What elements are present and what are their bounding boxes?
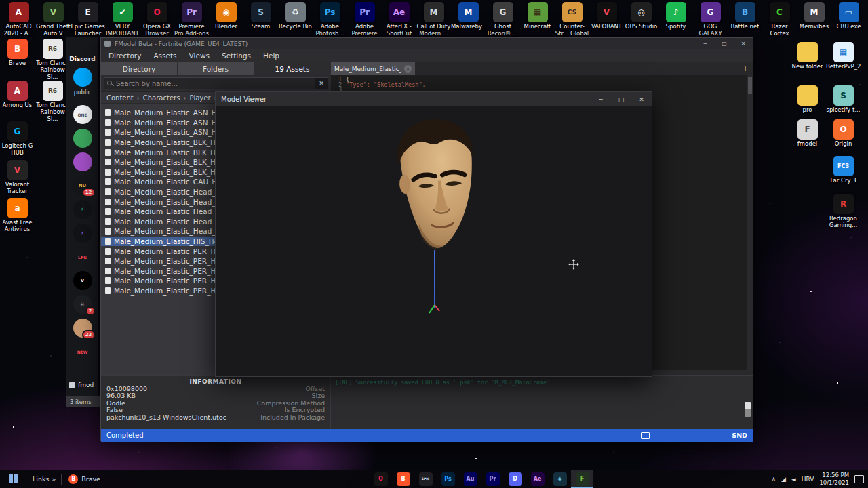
discord-server-icon[interactable]: ☠ 2 bbox=[73, 295, 92, 314]
date: 10/1/2021 bbox=[819, 479, 849, 487]
discord-server-icon[interactable]: NU 12 bbox=[73, 176, 92, 195]
file-icon bbox=[105, 218, 111, 225]
explorer-statusbar: 3 items bbox=[66, 396, 100, 407]
status-display-icon bbox=[641, 432, 650, 439]
file-icon bbox=[105, 228, 111, 235]
fmodel-titlebar[interactable]: FModel Beta - Fortnite (GAME_UE4_LATEST)… bbox=[101, 38, 753, 49]
clock[interactable]: 12:56 PM 10/1/2021 bbox=[819, 472, 849, 486]
log-output[interactable]: [INF] Successfully saved LOD 0 as '.psk'… bbox=[331, 376, 743, 430]
code-scrollbar[interactable] bbox=[747, 75, 753, 375]
desktop-icon-label: spicetify-t... bbox=[826, 107, 861, 114]
discord-server-icon[interactable]: 23 bbox=[73, 319, 92, 338]
keyboard-layout[interactable]: HRV bbox=[802, 476, 814, 483]
app-icon: Ae bbox=[531, 472, 545, 486]
discord-server-icon[interactable] bbox=[73, 68, 92, 87]
tab-close-icon[interactable]: ✕ bbox=[404, 65, 412, 73]
close-button[interactable]: ✕ bbox=[631, 92, 652, 106]
discord-server-icon[interactable]: NEW bbox=[73, 342, 92, 361]
time: 12:56 PM bbox=[819, 472, 849, 479]
file-icon bbox=[69, 382, 75, 388]
discord-server-icon[interactable]: ⚡ bbox=[73, 200, 92, 219]
document-tab[interactable]: Male_Medium_Elastic_HIS... ✕ bbox=[331, 62, 415, 75]
discord-server-icon[interactable]: LFG bbox=[73, 247, 92, 266]
app-icon: D bbox=[509, 472, 522, 486]
discord-server-icon[interactable] bbox=[73, 152, 92, 171]
app-icon: ◈ bbox=[553, 472, 567, 486]
discord-server-icon[interactable]: ONE bbox=[73, 105, 92, 124]
desktop-icon[interactable]: R Redragon Gaming... bbox=[826, 194, 861, 229]
viewport-3d[interactable] bbox=[216, 106, 652, 376]
new-tab-button[interactable]: + bbox=[738, 62, 753, 75]
file-icon bbox=[105, 129, 111, 136]
breadcrumb-item[interactable]: Content bbox=[106, 94, 134, 102]
information-header: INFORMATION bbox=[101, 378, 330, 385]
status-text: Completed bbox=[106, 432, 144, 439]
breadcrumb-item[interactable]: Player bbox=[180, 94, 210, 102]
server-name-label: public bbox=[66, 89, 98, 96]
menu-item[interactable]: Assets bbox=[147, 52, 182, 60]
desktop-icon[interactable]: ▦ BetterPvP_2... bbox=[826, 42, 861, 70]
desktop-icon[interactable]: pro bbox=[790, 85, 825, 114]
taskbar-app-button[interactable]: O bbox=[370, 470, 392, 488]
app-icon bbox=[797, 85, 818, 106]
taskbar-app-button[interactable]: Ae bbox=[526, 470, 549, 488]
file-icon bbox=[105, 139, 111, 146]
file-icon bbox=[105, 238, 111, 245]
panel-tab[interactable]: Directory bbox=[101, 62, 178, 75]
discord-server-icon[interactable] bbox=[73, 129, 92, 148]
maximize-button[interactable]: □ bbox=[715, 38, 734, 49]
action-center-icon[interactable] bbox=[854, 475, 864, 483]
app-icon: B bbox=[397, 472, 410, 486]
file-icon bbox=[105, 149, 111, 156]
status-bar: Completed SND bbox=[101, 429, 753, 442]
clear-search-icon[interactable]: ✕ bbox=[315, 78, 328, 89]
desktop-icon[interactable]: S spicetify-t... bbox=[826, 85, 861, 114]
desktop-icon-label: Redragon Gaming... bbox=[826, 216, 861, 229]
desktop-icon[interactable]: O Origin bbox=[826, 119, 861, 148]
desktop-icon[interactable]: FC3 Far Cry 3 bbox=[826, 156, 861, 184]
information-row: Oodle Compression Method bbox=[101, 399, 330, 407]
close-button[interactable]: ✕ bbox=[734, 38, 753, 49]
panel-tab[interactable]: Folders bbox=[178, 62, 254, 75]
start-button[interactable] bbox=[0, 470, 27, 488]
tray-expand-icon[interactable]: ∧ bbox=[772, 476, 776, 482]
log-line: [INF] Successfully saved LOD 0 as '.psk'… bbox=[335, 379, 550, 386]
tab-strip: DirectoryFolders19 Assets Male_Medium_El… bbox=[101, 62, 753, 75]
menu-item[interactable]: Help bbox=[257, 52, 285, 60]
links-toolbar[interactable]: Links » bbox=[27, 475, 61, 483]
desktop-icon[interactable]: New folder bbox=[790, 42, 825, 70]
breadcrumb-item[interactable]: Characters bbox=[134, 94, 180, 102]
info-label: Offset bbox=[305, 385, 325, 392]
minimize-button[interactable]: ─ bbox=[696, 38, 715, 49]
taskbar-app-button[interactable]: B bbox=[392, 470, 414, 488]
window-title: FModel Beta - Fortnite (GAME_UE4_LATEST) bbox=[115, 41, 696, 47]
discord-server-icon[interactable]: ⚡ bbox=[73, 224, 92, 243]
panel-tab[interactable]: 19 Assets bbox=[254, 62, 331, 75]
taskbar-app-button[interactable]: D bbox=[504, 470, 526, 488]
taskbar-app-button[interactable]: ◈ bbox=[549, 470, 571, 488]
brave-toolbar[interactable]: B Brave bbox=[62, 474, 107, 484]
volume-icon[interactable]: ◄ bbox=[791, 476, 796, 483]
menu-item[interactable]: Settings bbox=[216, 52, 257, 60]
model-viewer-titlebar[interactable]: Model Viewer ─ □ ✕ bbox=[216, 92, 652, 106]
search-input[interactable] bbox=[104, 80, 315, 87]
network-icon[interactable]: ◢ bbox=[781, 476, 786, 483]
minimize-button[interactable]: ─ bbox=[591, 92, 611, 106]
export-file-icon[interactable] bbox=[745, 402, 751, 409]
menu-item[interactable]: Directory bbox=[102, 52, 147, 60]
package-file-icon[interactable] bbox=[745, 409, 751, 417]
taskbar-app-button[interactable]: Ps bbox=[437, 470, 459, 488]
app-icon: O bbox=[374, 472, 388, 486]
taskbar-app-button[interactable]: EPIC bbox=[414, 470, 437, 488]
maximize-button[interactable]: □ bbox=[611, 92, 631, 106]
desktop-icon-label: fmodel bbox=[790, 141, 825, 148]
taskbar-app-button[interactable]: Pr bbox=[481, 470, 504, 488]
fmodel-app-icon bbox=[104, 41, 111, 47]
scrollbar-thumb[interactable] bbox=[748, 77, 752, 94]
menu-item[interactable]: Views bbox=[183, 52, 216, 60]
explorer-title: fmod bbox=[78, 382, 94, 388]
desktop-icon[interactable]: F fmodel bbox=[790, 119, 825, 148]
taskbar-app-button[interactable]: F bbox=[571, 470, 593, 488]
taskbar-app-button[interactable]: Au bbox=[459, 470, 481, 488]
discord-server-icon[interactable]: V bbox=[73, 271, 92, 290]
